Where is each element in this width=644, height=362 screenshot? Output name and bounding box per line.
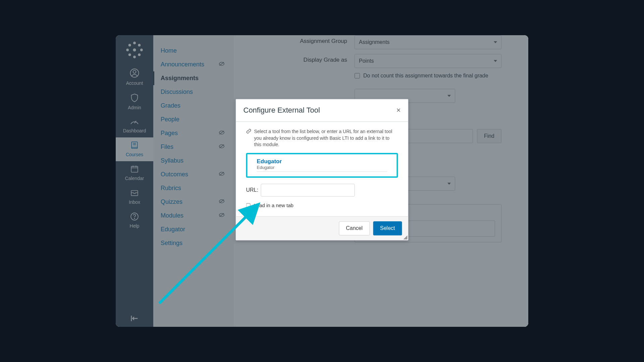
tool-tile-edugator[interactable]: Edugator Edugator	[246, 153, 398, 178]
nav-account[interactable]: Account	[116, 65, 153, 90]
modal-close-button[interactable]: ×	[396, 106, 401, 115]
svg-point-5	[128, 53, 131, 56]
coursenav-discussions[interactable]: Discussions	[153, 85, 234, 99]
svg-point-10	[133, 70, 136, 73]
coursenav-modules[interactable]: Modules	[153, 209, 234, 223]
coursenav-home[interactable]: Home	[153, 44, 234, 58]
url-input[interactable]	[261, 184, 355, 196]
no-count-label: Do not count this assignment towards the…	[363, 73, 488, 79]
svg-point-1	[138, 44, 141, 47]
coursenav-files[interactable]: Files	[153, 140, 234, 154]
modal-header: Configure External Tool ×	[236, 99, 408, 122]
canvas-logo-icon	[126, 41, 143, 59]
nav-label: Dashboard	[123, 128, 146, 133]
link-icon	[246, 128, 252, 148]
svg-point-7	[128, 44, 131, 47]
svg-point-15	[134, 218, 135, 219]
resize-handle-icon[interactable]	[404, 235, 408, 239]
book-icon	[116, 141, 153, 150]
modal-title: Configure External Tool	[244, 106, 320, 115]
svg-rect-13	[131, 191, 138, 196]
coursenav-quizzes[interactable]: Quizzes	[153, 195, 234, 209]
svg-point-2	[140, 49, 143, 51]
url-label: URL:	[246, 187, 258, 193]
tool-name: Edugator	[257, 158, 387, 165]
coursenav-assignments[interactable]: Assignments	[153, 71, 234, 85]
svg-point-6	[126, 49, 129, 51]
speedometer-icon	[116, 118, 153, 127]
svg-point-0	[133, 42, 136, 44]
course-nav: Home Announcements Assignments Discussio…	[153, 35, 234, 327]
assignment-group-label: Assignment Group	[234, 35, 355, 45]
question-circle-icon	[116, 212, 153, 222]
modal-instruction: Select a tool from the list below, or en…	[246, 128, 398, 148]
modal-footer: Cancel Select	[236, 216, 408, 240]
nav-courses[interactable]: Courses	[116, 137, 153, 161]
coursenav-outcomes[interactable]: Outcomes	[153, 168, 234, 181]
hidden-icon	[218, 143, 225, 150]
nav-label: Account	[126, 80, 143, 86]
nav-label: Calendar	[125, 176, 144, 181]
nav-label: Help	[130, 223, 140, 229]
hidden-icon	[218, 61, 225, 68]
display-grade-label: Display Grade as	[234, 54, 355, 63]
svg-point-8	[133, 48, 136, 51]
svg-point-3	[138, 53, 141, 56]
select-button[interactable]: Select	[373, 221, 402, 235]
collapse-nav-icon[interactable]	[116, 315, 153, 323]
hidden-icon	[218, 171, 225, 178]
svg-rect-12	[131, 166, 138, 172]
load-new-tab-checkbox[interactable]	[246, 203, 251, 207]
nav-inbox[interactable]: Inbox	[116, 185, 153, 209]
global-nav: Account Admin Dashboard Courses Calendar…	[116, 35, 153, 327]
find-button[interactable]: Find	[477, 129, 501, 143]
nav-help[interactable]: Help	[116, 209, 153, 233]
nav-admin[interactable]: Admin	[116, 90, 153, 114]
assignment-group-select[interactable]: Assignments	[355, 35, 501, 49]
coursenav-announcements[interactable]: Announcements	[153, 58, 234, 71]
coursenav-edugator[interactable]: Edugator	[153, 223, 234, 236]
coursenav-rubrics[interactable]: Rubrics	[153, 181, 234, 195]
load-new-tab-row[interactable]: Load in a new tab	[246, 202, 398, 208]
hidden-icon	[218, 130, 225, 137]
coursenav-pages[interactable]: Pages	[153, 126, 234, 140]
no-count-checkbox-row[interactable]: Do not count this assignment towards the…	[355, 73, 501, 79]
app-window: Account Admin Dashboard Courses Calendar…	[116, 35, 528, 327]
svg-point-4	[133, 56, 136, 58]
inbox-icon	[116, 188, 153, 198]
nav-label: Courses	[126, 152, 143, 157]
nav-calendar[interactable]: Calendar	[116, 161, 153, 185]
configure-external-tool-modal: Configure External Tool × Select a tool …	[236, 99, 409, 240]
coursenav-syllabus[interactable]: Syllabus	[153, 154, 234, 168]
display-grade-select[interactable]: Points	[355, 54, 501, 68]
coursenav-grades[interactable]: Grades	[153, 99, 234, 113]
shield-icon	[116, 93, 153, 104]
coursenav-people[interactable]: People	[153, 113, 234, 126]
user-circle-icon	[116, 68, 153, 79]
nav-label: Inbox	[129, 199, 140, 205]
hidden-icon	[218, 212, 225, 219]
tool-description: Edugator	[257, 165, 387, 172]
nav-label: Admin	[128, 105, 141, 110]
calendar-icon	[116, 165, 153, 174]
nav-dashboard[interactable]: Dashboard	[116, 114, 153, 137]
modal-body: Select a tool from the list below, or en…	[236, 122, 408, 216]
cancel-button[interactable]: Cancel	[339, 221, 370, 235]
hidden-icon	[218, 198, 225, 205]
coursenav-settings[interactable]: Settings	[153, 236, 234, 250]
no-count-checkbox[interactable]	[355, 73, 360, 78]
